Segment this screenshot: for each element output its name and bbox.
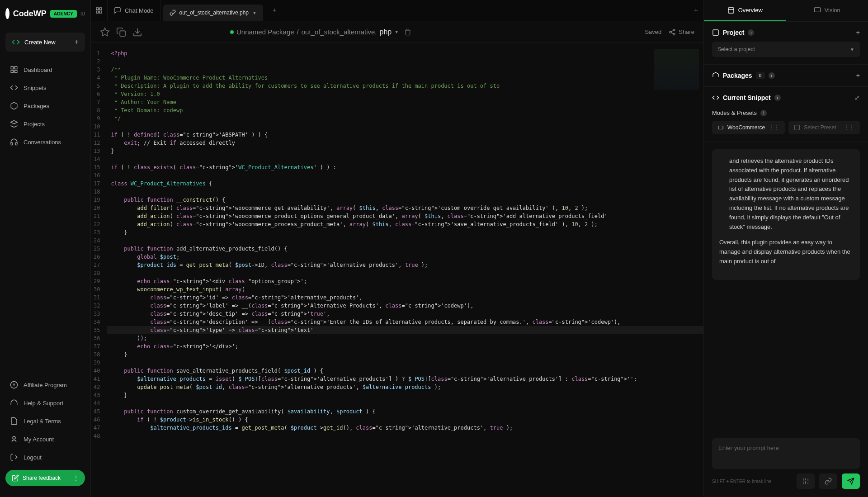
project-select[interactable]: Select a project ▼ <box>712 42 860 57</box>
prompt-input[interactable]: Enter your prompt here <box>712 438 860 469</box>
file-tab[interactable]: out_of_stock_alternative.php ▼ <box>163 5 263 21</box>
star-button[interactable] <box>100 27 110 37</box>
filename-base: out_of_stock_alternative. <box>302 28 377 36</box>
dollar-icon <box>10 381 18 389</box>
trash-button[interactable] <box>404 28 411 36</box>
create-new-button[interactable]: Create New + <box>5 33 85 52</box>
code-content[interactable]: <?php /** * Plugin Name: WooCommerce Pro… <box>107 43 703 497</box>
sliders-icon <box>802 478 809 485</box>
file-header: Unnamed Package / out_of_stock_alternati… <box>91 21 703 43</box>
project-section: Project i + Select a project ▼ <box>704 22 868 65</box>
svg-rect-28 <box>795 125 800 130</box>
svg-rect-26 <box>713 30 718 35</box>
vision-icon <box>814 7 821 14</box>
chat-mode-tab[interactable]: Chat Mode <box>108 0 160 21</box>
send-button[interactable] <box>842 473 860 489</box>
nav-label: Help & Support <box>24 400 63 407</box>
file-tab-label: out_of_stock_alternative.php <box>179 9 249 16</box>
info-icon[interactable]: i <box>760 110 767 116</box>
nav-dashboard[interactable]: Dashboard <box>0 61 90 79</box>
grid-tab[interactable] <box>91 0 108 21</box>
path-separator: / <box>297 28 299 36</box>
info-icon[interactable]: i <box>748 29 754 36</box>
create-new-label: Create New <box>24 39 70 46</box>
preset-placeholder: Select Preset <box>804 124 836 131</box>
file-header-right: Saved Share <box>645 28 694 36</box>
svg-rect-3 <box>15 66 17 69</box>
collapse-sidebar-button[interactable] <box>80 7 85 20</box>
info-icon[interactable]: i <box>769 72 775 79</box>
code-icon <box>12 38 20 46</box>
tab-overview[interactable]: Overview <box>704 0 786 21</box>
mode-label: WooCommerce <box>727 124 765 131</box>
add-package-button[interactable]: + <box>856 72 860 79</box>
tab-vision-label: Vision <box>825 7 840 14</box>
svg-line-21 <box>671 33 674 34</box>
feedback-label: Share feedback <box>23 475 61 481</box>
new-tab-button[interactable]: + <box>268 4 281 17</box>
nav-label: Dashboard <box>24 66 52 73</box>
info-icon[interactable]: i <box>774 95 781 101</box>
preset-icon <box>794 124 800 131</box>
nav-account[interactable]: My Account <box>0 430 90 448</box>
nav-legal[interactable]: Legal & Terms <box>0 412 90 430</box>
description-p1: and retrieves the alternative product ID… <box>719 156 853 232</box>
nav-logout[interactable]: Logout <box>0 448 90 466</box>
prompt-area: Enter your prompt here SHIFT + ENTER to … <box>704 432 868 497</box>
line-numbers: 1234567891011121314151617181920212223242… <box>91 43 107 497</box>
mode-woocommerce[interactable]: WooCommerce ⋮⋮ <box>712 121 785 134</box>
package-name: Unnamed Package <box>236 28 294 36</box>
nav-bottom: Affiliate Program Help & Support Legal &… <box>0 372 90 497</box>
prompt-hint: SHIFT + ENTER to break line <box>712 479 792 484</box>
expand-button[interactable]: ⤢ <box>854 94 860 101</box>
tab-vision[interactable]: Vision <box>786 0 868 21</box>
edit-icon <box>12 474 19 482</box>
layers-icon <box>10 120 18 128</box>
svg-rect-11 <box>96 8 99 10</box>
link-button[interactable] <box>819 473 837 489</box>
prompt-toolbar: SHIFT + ENTER to break line <box>712 473 860 489</box>
nav-help[interactable]: Help & Support <box>0 394 90 412</box>
nav-packages[interactable]: Packages <box>0 97 90 115</box>
nav-label: Logout <box>24 454 42 461</box>
add-button[interactable]: + <box>694 6 698 14</box>
description-p2: Overall, this plugin provides an easy wa… <box>719 238 853 266</box>
tab-overview-label: Overview <box>738 7 763 14</box>
current-snippet-section: Current Snippet i ⤢ Modes & Presets i Wo… <box>704 87 868 142</box>
download-button[interactable] <box>132 27 142 37</box>
nav-label: Legal & Terms <box>24 418 61 425</box>
settings-button[interactable] <box>797 473 815 489</box>
svg-rect-4 <box>11 71 13 73</box>
plus-icon: + <box>75 38 79 46</box>
svg-rect-13 <box>96 11 99 13</box>
nav-projects[interactable]: Projects <box>0 115 90 133</box>
modes-title: Modes & Presets <box>712 109 757 116</box>
svg-rect-14 <box>99 11 102 13</box>
packages-title: Packages <box>723 72 752 79</box>
svg-line-22 <box>671 30 674 32</box>
status-dot <box>230 30 234 34</box>
grid-icon <box>10 66 18 74</box>
drag-icon: ⋮⋮ <box>844 124 854 131</box>
headphones-icon <box>10 138 18 146</box>
nav-snippets[interactable]: Snippets <box>0 79 90 97</box>
copy-button[interactable] <box>116 27 126 37</box>
svg-rect-27 <box>718 126 723 129</box>
sidebar: CodeWP AGENCY Create New + Dashboard Sni… <box>0 0 91 497</box>
preset-select[interactable]: Select Preset ⋮⋮ <box>788 121 860 134</box>
link-icon <box>825 478 832 485</box>
add-project-button[interactable]: + <box>856 29 860 36</box>
svg-point-20 <box>673 33 675 35</box>
nav-affiliate[interactable]: Affiliate Program <box>0 376 90 394</box>
editor[interactable]: 1234567891011121314151617181920212223242… <box>91 43 703 497</box>
share-button[interactable]: Share <box>669 28 694 36</box>
packages-section: Packages 0 i + <box>704 65 868 87</box>
svg-rect-12 <box>99 8 102 10</box>
document-icon <box>10 417 18 425</box>
nav-label: Packages <box>24 103 49 109</box>
nav-conversations[interactable]: Conversations <box>0 133 90 151</box>
overview-icon <box>727 7 735 14</box>
chevron-down-icon[interactable]: ▼ <box>394 29 399 34</box>
share-feedback-button[interactable]: Share feedback ⋮ <box>5 470 85 486</box>
code-icon <box>10 84 18 92</box>
